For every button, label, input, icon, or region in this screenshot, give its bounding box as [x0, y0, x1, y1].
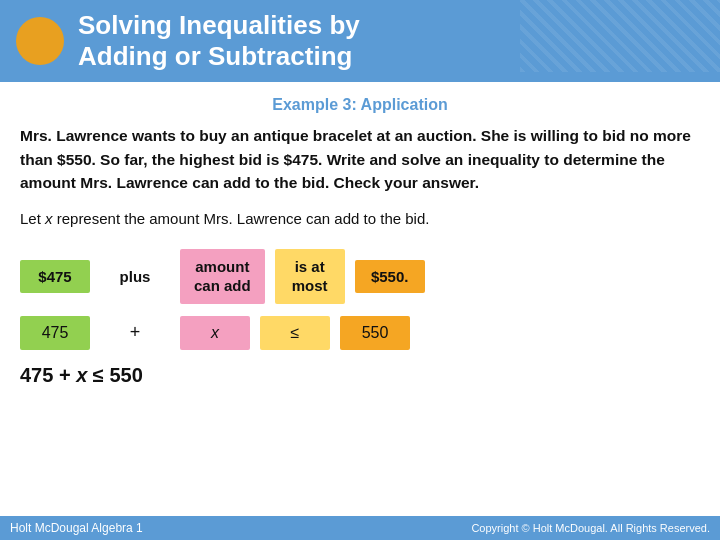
let-statement: Let x represent the aLet x represent the…: [20, 208, 700, 231]
header-bg-pattern: [520, 0, 720, 72]
header: Solving Inequalities by Adding or Subtra…: [0, 0, 720, 82]
box-plus-word: plus: [100, 260, 170, 293]
boxes-row: $475 plus amountcan add is atmost $550.: [20, 249, 700, 304]
eq-550: 550: [340, 316, 410, 350]
box-amount-can-add: amountcan add: [180, 249, 265, 304]
example-title: Example 3: Application: [20, 96, 700, 114]
box-550-dollar: $550.: [355, 260, 425, 293]
problem-text: Mrs. Lawrence wants to buy an antique br…: [20, 124, 700, 194]
header-title-line1: Solving Inequalities by: [78, 10, 360, 40]
page: Solving Inequalities by Adding or Subtra…: [0, 0, 720, 540]
header-title-line2: Adding or Subtracting: [78, 41, 352, 71]
eq-leq: ≤: [260, 316, 330, 350]
equation-row: 475 + x ≤ 550: [20, 316, 700, 350]
eq-475: 475: [20, 316, 90, 350]
final-equation: 475 + x ≤ 550: [20, 364, 700, 387]
footer-left: Holt McDougal Algebra 1: [10, 521, 143, 535]
eq-x: x: [180, 316, 250, 350]
eq-plus: +: [100, 322, 170, 343]
box-is-at-most: is atmost: [275, 249, 345, 304]
box-475: $475: [20, 260, 90, 293]
footer-right: Copyright © Holt McDougal. All Rights Re…: [471, 522, 710, 534]
footer: Holt McDougal Algebra 1 Copyright © Holt…: [0, 516, 720, 540]
header-icon: [16, 17, 64, 65]
header-title: Solving Inequalities by Adding or Subtra…: [78, 10, 360, 72]
content-area: Example 3: Application Mrs. Lawrence wan…: [0, 82, 720, 516]
